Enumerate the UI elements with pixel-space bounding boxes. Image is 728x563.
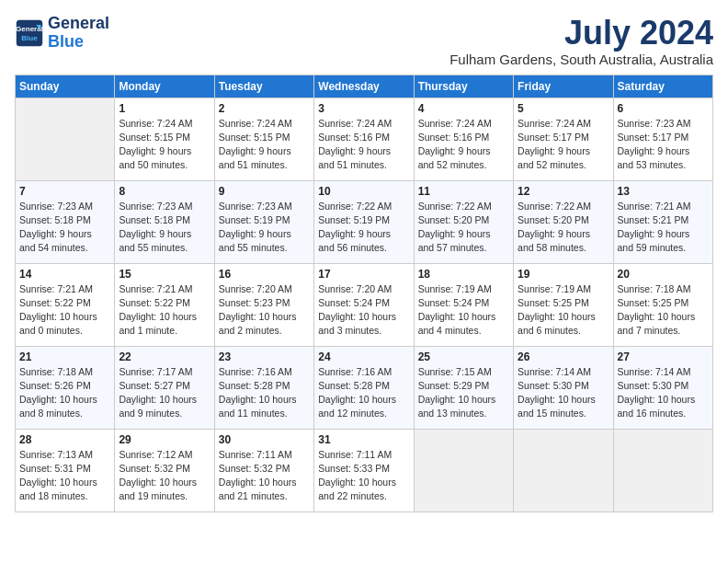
weekday-header-thursday: Thursday xyxy=(414,75,513,98)
day-info: Sunrise: 7:22 AMSunset: 5:19 PMDaylight:… xyxy=(318,200,409,256)
month-year: July 2024 xyxy=(449,15,713,52)
calendar-cell: 5Sunrise: 7:24 AMSunset: 5:17 PMDaylight… xyxy=(514,98,613,180)
day-info: Sunrise: 7:24 AMSunset: 5:16 PMDaylight:… xyxy=(318,117,409,173)
calendar-cell: 3Sunrise: 7:24 AMSunset: 5:16 PMDaylight… xyxy=(314,98,414,180)
calendar-week-row: 7Sunrise: 7:23 AMSunset: 5:18 PMDaylight… xyxy=(16,180,713,263)
day-info: Sunrise: 7:12 AMSunset: 5:32 PMDaylight:… xyxy=(119,448,210,504)
day-number: 13 xyxy=(618,185,709,198)
day-info: Sunrise: 7:13 AMSunset: 5:31 PMDaylight:… xyxy=(19,448,110,504)
day-number: 25 xyxy=(418,350,509,363)
day-info: Sunrise: 7:23 AMSunset: 5:19 PMDaylight:… xyxy=(219,200,310,256)
day-info: Sunrise: 7:22 AMSunset: 5:20 PMDaylight:… xyxy=(418,200,509,256)
day-number: 5 xyxy=(518,102,609,115)
day-info: Sunrise: 7:23 AMSunset: 5:17 PMDaylight:… xyxy=(618,117,709,173)
logo-icon: General Blue xyxy=(15,18,44,48)
logo-line1: General xyxy=(48,14,109,32)
calendar-cell: 8Sunrise: 7:23 AMSunset: 5:18 PMDaylight… xyxy=(115,180,214,263)
calendar-cell: 20Sunrise: 7:18 AMSunset: 5:25 PMDayligh… xyxy=(613,263,712,346)
day-number: 31 xyxy=(318,433,409,446)
day-info: Sunrise: 7:19 AMSunset: 5:25 PMDaylight:… xyxy=(518,282,609,339)
day-info: Sunrise: 7:18 AMSunset: 5:25 PMDaylight:… xyxy=(618,282,709,339)
day-number: 7 xyxy=(19,185,110,198)
day-number: 24 xyxy=(318,350,409,363)
day-info: Sunrise: 7:24 AMSunset: 5:15 PMDaylight:… xyxy=(219,117,310,173)
day-number: 22 xyxy=(119,350,210,363)
day-info: Sunrise: 7:17 AMSunset: 5:27 PMDaylight:… xyxy=(119,365,210,421)
day-info: Sunrise: 7:20 AMSunset: 5:23 PMDaylight:… xyxy=(219,282,310,339)
day-number: 15 xyxy=(119,268,210,281)
weekday-header-wednesday: Wednesday xyxy=(314,75,414,98)
day-info: Sunrise: 7:14 AMSunset: 5:30 PMDaylight:… xyxy=(618,365,709,421)
calendar-cell xyxy=(514,429,613,511)
day-info: Sunrise: 7:21 AMSunset: 5:22 PMDaylight:… xyxy=(19,282,110,339)
day-number: 17 xyxy=(318,268,409,281)
calendar-cell: 15Sunrise: 7:21 AMSunset: 5:22 PMDayligh… xyxy=(115,263,214,346)
calendar-week-row: 21Sunrise: 7:18 AMSunset: 5:26 PMDayligh… xyxy=(16,346,713,429)
day-number: 11 xyxy=(418,185,509,198)
logo-line2: Blue xyxy=(48,32,84,51)
calendar-cell: 28Sunrise: 7:13 AMSunset: 5:31 PMDayligh… xyxy=(16,429,115,511)
day-number: 27 xyxy=(618,350,709,363)
day-number: 30 xyxy=(219,433,310,446)
calendar-cell: 6Sunrise: 7:23 AMSunset: 5:17 PMDaylight… xyxy=(613,98,712,180)
calendar-cell: 7Sunrise: 7:23 AMSunset: 5:18 PMDaylight… xyxy=(16,180,115,263)
day-info: Sunrise: 7:11 AMSunset: 5:33 PMDaylight:… xyxy=(318,448,409,504)
day-number: 8 xyxy=(119,185,210,198)
day-number: 9 xyxy=(219,185,310,198)
day-number: 21 xyxy=(19,350,110,363)
day-number: 6 xyxy=(618,102,709,115)
day-info: Sunrise: 7:23 AMSunset: 5:18 PMDaylight:… xyxy=(119,200,210,256)
day-info: Sunrise: 7:15 AMSunset: 5:29 PMDaylight:… xyxy=(418,365,509,421)
calendar-cell xyxy=(16,98,115,180)
day-number: 29 xyxy=(119,433,210,446)
day-info: Sunrise: 7:23 AMSunset: 5:18 PMDaylight:… xyxy=(19,200,110,256)
logo: General Blue General Blue xyxy=(15,15,109,52)
weekday-header-row: SundayMondayTuesdayWednesdayThursdayFrid… xyxy=(16,75,713,98)
calendar-cell: 19Sunrise: 7:19 AMSunset: 5:25 PMDayligh… xyxy=(514,263,613,346)
calendar-cell: 24Sunrise: 7:16 AMSunset: 5:28 PMDayligh… xyxy=(314,346,414,429)
calendar-cell: 22Sunrise: 7:17 AMSunset: 5:27 PMDayligh… xyxy=(115,346,214,429)
calendar-cell: 29Sunrise: 7:12 AMSunset: 5:32 PMDayligh… xyxy=(115,429,214,511)
weekday-header-monday: Monday xyxy=(115,75,214,98)
calendar-cell: 25Sunrise: 7:15 AMSunset: 5:29 PMDayligh… xyxy=(414,346,513,429)
calendar-cell: 10Sunrise: 7:22 AMSunset: 5:19 PMDayligh… xyxy=(314,180,414,263)
day-number: 19 xyxy=(518,268,609,281)
calendar-cell: 12Sunrise: 7:22 AMSunset: 5:20 PMDayligh… xyxy=(514,180,613,263)
title-block: July 2024 Fulham Gardens, South Australi… xyxy=(449,15,713,67)
day-number: 28 xyxy=(19,433,110,446)
page-header: General Blue General Blue July 2024 Fulh… xyxy=(15,15,713,67)
calendar-week-row: 1Sunrise: 7:24 AMSunset: 5:15 PMDaylight… xyxy=(16,98,713,180)
day-number: 4 xyxy=(418,102,509,115)
day-info: Sunrise: 7:14 AMSunset: 5:30 PMDaylight:… xyxy=(518,365,609,421)
calendar-week-row: 28Sunrise: 7:13 AMSunset: 5:31 PMDayligh… xyxy=(16,429,713,511)
logo-text: General Blue xyxy=(48,15,109,52)
weekday-header-tuesday: Tuesday xyxy=(214,75,313,98)
day-info: Sunrise: 7:18 AMSunset: 5:26 PMDaylight:… xyxy=(19,365,110,421)
calendar-cell: 27Sunrise: 7:14 AMSunset: 5:30 PMDayligh… xyxy=(613,346,712,429)
day-number: 10 xyxy=(318,185,409,198)
calendar-cell: 14Sunrise: 7:21 AMSunset: 5:22 PMDayligh… xyxy=(16,263,115,346)
day-number: 14 xyxy=(19,268,110,281)
day-info: Sunrise: 7:19 AMSunset: 5:24 PMDaylight:… xyxy=(418,282,509,339)
calendar-cell: 2Sunrise: 7:24 AMSunset: 5:15 PMDaylight… xyxy=(214,98,313,180)
day-number: 23 xyxy=(219,350,310,363)
day-info: Sunrise: 7:21 AMSunset: 5:21 PMDaylight:… xyxy=(618,200,709,256)
calendar-cell: 23Sunrise: 7:16 AMSunset: 5:28 PMDayligh… xyxy=(214,346,313,429)
day-number: 12 xyxy=(518,185,609,198)
calendar-cell: 16Sunrise: 7:20 AMSunset: 5:23 PMDayligh… xyxy=(214,263,313,346)
calendar-cell: 26Sunrise: 7:14 AMSunset: 5:30 PMDayligh… xyxy=(514,346,613,429)
calendar-cell xyxy=(414,429,513,511)
day-number: 16 xyxy=(219,268,310,281)
day-number: 26 xyxy=(518,350,609,363)
weekday-header-friday: Friday xyxy=(514,75,613,98)
day-info: Sunrise: 7:24 AMSunset: 5:17 PMDaylight:… xyxy=(518,117,609,173)
calendar-cell: 13Sunrise: 7:21 AMSunset: 5:21 PMDayligh… xyxy=(613,180,712,263)
weekday-header-sunday: Sunday xyxy=(16,75,115,98)
calendar-cell: 30Sunrise: 7:11 AMSunset: 5:32 PMDayligh… xyxy=(214,429,313,511)
day-info: Sunrise: 7:22 AMSunset: 5:20 PMDaylight:… xyxy=(518,200,609,256)
day-info: Sunrise: 7:24 AMSunset: 5:15 PMDaylight:… xyxy=(119,117,210,173)
day-number: 20 xyxy=(618,268,709,281)
day-info: Sunrise: 7:20 AMSunset: 5:24 PMDaylight:… xyxy=(318,282,409,339)
calendar-cell: 31Sunrise: 7:11 AMSunset: 5:33 PMDayligh… xyxy=(314,429,414,511)
calendar-cell: 21Sunrise: 7:18 AMSunset: 5:26 PMDayligh… xyxy=(16,346,115,429)
